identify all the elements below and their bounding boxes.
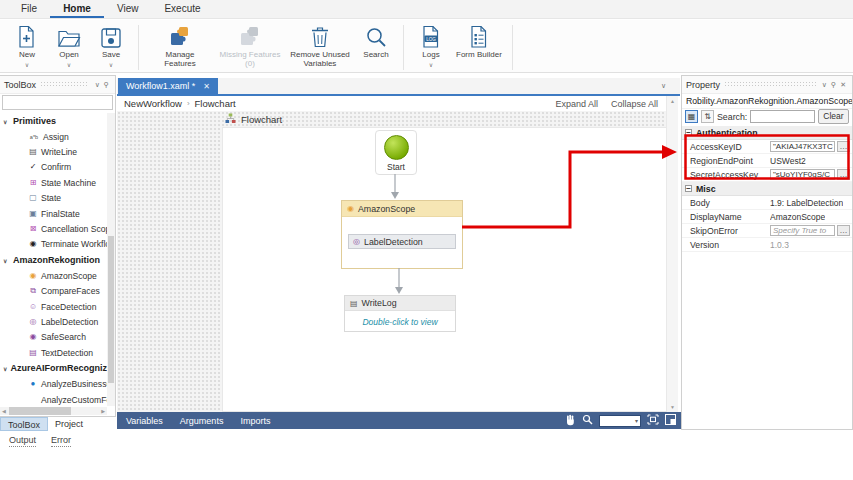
property-pin-icon[interactable]: ⚲: [829, 80, 838, 90]
property-chevron-down-icon[interactable]: ∨: [820, 80, 829, 90]
zoom-level-combo[interactable]: ▾: [599, 415, 641, 427]
toolbox-item-assign[interactable]: a*bAssign: [0, 129, 107, 144]
toolbox-section-amazonrekognition[interactable]: ∨AmazonRekognition: [0, 252, 107, 268]
categorized-view-button[interactable]: ▦: [685, 110, 698, 123]
item-label: CompareFaces: [41, 286, 100, 296]
toolbox-item-finalstate[interactable]: ▣FinalState: [0, 206, 107, 221]
toolbox-vertical-scrollbar[interactable]: [107, 113, 115, 406]
secretaccesskey-ellipsis-button[interactable]: …: [837, 169, 850, 180]
new-button[interactable]: New ∨: [6, 23, 48, 70]
menu-home[interactable]: Home: [50, 0, 104, 18]
writelog-activity-header[interactable]: ▤ WriteLog: [345, 296, 455, 311]
skiponerror-ellipsis-button[interactable]: …: [837, 225, 850, 236]
manage-features-button[interactable]: Manage Features: [145, 23, 215, 69]
dropdown-icon[interactable]: ▾: [635, 417, 638, 424]
expand-all-link[interactable]: Expand All: [555, 99, 598, 109]
toolbox-item-comparefaces[interactable]: ⧉CompareFaces: [0, 284, 107, 299]
toolbox-item-analyzecustomforms[interactable]: AnalyzeCustomForms: [0, 392, 107, 406]
toolbox-item-state[interactable]: ▢State: [0, 191, 107, 206]
toolbox-item-safesearch[interactable]: ◉SafeSearch: [0, 330, 107, 345]
logs-dropdown-icon[interactable]: ∨: [429, 61, 433, 70]
scrollbar-thumb[interactable]: [9, 407, 71, 415]
imports-button[interactable]: Imports: [240, 416, 270, 426]
toolbox-section-primitives[interactable]: ∨Primitives: [0, 113, 107, 129]
logs-button[interactable]: LOG Logs ∨: [410, 23, 452, 70]
displayname-value[interactable]: AmazonScope: [770, 212, 825, 222]
toolbox-drag-handle[interactable]: [40, 81, 89, 88]
output-link[interactable]: Output: [9, 435, 36, 447]
form-builder-button[interactable]: Form Builder: [452, 23, 506, 61]
open-dropdown-icon[interactable]: ∨: [67, 61, 71, 70]
arguments-button[interactable]: Arguments: [180, 416, 224, 426]
section-authentication[interactable]: − Authentication: [682, 126, 852, 140]
menu-execute[interactable]: Execute: [151, 0, 213, 18]
scrollbar-thumb[interactable]: [108, 236, 114, 383]
property-close-icon[interactable]: ✕: [838, 80, 848, 90]
secretaccesskey-value-box[interactable]: "sUoYIYF0gS/C: [770, 169, 835, 180]
open-button[interactable]: Open ∨: [48, 23, 90, 70]
collapse-all-link[interactable]: Collapse All: [611, 99, 658, 109]
tab-project[interactable]: Project: [48, 417, 90, 431]
accesskeyid-value-box[interactable]: "AKIAJ47KX3TC: [770, 141, 835, 152]
breadcrumb-current[interactable]: Flowchart: [195, 98, 236, 109]
property-search-input[interactable]: [750, 110, 815, 123]
labeldetection-activity[interactable]: ◎ LabelDetection: [348, 234, 456, 249]
scroll-right-icon[interactable]: ▶: [101, 408, 105, 414]
toolbox-item-terminate-workflow[interactable]: ◉Terminate Workflow: [0, 237, 107, 252]
toolbox-item-analyzebusinesscards[interactable]: ●AnalyzeBusinessCards: [0, 376, 107, 391]
section-misc[interactable]: − Misc: [682, 182, 852, 196]
toolbox-item-labeldetection[interactable]: ◎LabelDetection: [0, 314, 107, 329]
zoom-magnifier-icon[interactable]: [582, 414, 593, 427]
toolbox-horizontal-scrollbar[interactable]: ◀ ▶: [0, 407, 107, 415]
document-tab-workflow1[interactable]: Workflow1.xaml * ✕: [118, 78, 218, 94]
amazonscope-activity[interactable]: ◉ AmazonScope ◎ LabelDetection: [341, 200, 463, 269]
canvas-view-controls: ▾: [565, 412, 676, 429]
menu-view[interactable]: View: [104, 0, 152, 18]
toolbox-item-facedetection[interactable]: ☺FaceDetection: [0, 299, 107, 314]
save-button[interactable]: Save ∨: [90, 23, 132, 70]
pan-hand-icon[interactable]: [565, 414, 576, 428]
collapse-icon[interactable]: −: [685, 129, 692, 136]
toolbox-item-confirm[interactable]: ✓Confirm: [0, 160, 107, 175]
toolbox-chevron-down-icon[interactable]: ∨: [93, 80, 102, 90]
remove-unused-variables-button[interactable]: Remove Unused Variables: [285, 23, 355, 69]
body-value[interactable]: 1.9: LabelDetection: [770, 198, 843, 208]
writelog-activity[interactable]: ▤ WriteLog Double-click to view: [344, 295, 456, 332]
toolbox-header: ToolBox ∨ ⚲: [0, 76, 115, 94]
scroll-up-icon[interactable]: ▲: [667, 98, 678, 104]
toolbox-item-writeline[interactable]: ▤WriteLine: [0, 144, 107, 159]
sort-alphabetical-button[interactable]: ⇅: [701, 110, 714, 123]
toolbox-section-azureaiformrecognizer[interactable]: ∨AzureAIFormRecognizer: [0, 360, 107, 376]
new-dropdown-icon[interactable]: ∨: [25, 61, 29, 70]
tab-toolbox[interactable]: ToolBox: [0, 417, 48, 431]
fit-to-screen-icon[interactable]: [647, 414, 659, 427]
canvas-vertical-scrollbar[interactable]: ▲ ▼: [666, 96, 678, 412]
skiponerror-value-box[interactable]: Specify True to: [770, 225, 835, 236]
clear-button[interactable]: Clear: [818, 109, 849, 124]
toolbox-pin-icon[interactable]: ⚲: [102, 80, 111, 90]
accesskeyid-ellipsis-button[interactable]: …: [837, 141, 850, 152]
flowchart-surface: Start ◉ AmazonScope ◎ LabelDetection ▤ W…: [222, 127, 666, 412]
toolbox-search-input[interactable]: [2, 95, 113, 110]
scroll-left-icon[interactable]: ◀: [2, 408, 6, 414]
toolbox-item-amazonscope[interactable]: ◉AmazonScope: [0, 268, 107, 283]
error-link[interactable]: Error: [51, 435, 71, 447]
start-node[interactable]: Start: [375, 130, 417, 175]
amazonscope-activity-header[interactable]: ◉ AmazonScope: [342, 201, 462, 217]
regionendpoint-value[interactable]: USWest2: [770, 156, 806, 166]
property-drag-handle[interactable]: [724, 81, 816, 88]
save-dropdown-icon[interactable]: ∨: [109, 61, 113, 70]
variables-button[interactable]: Variables: [126, 416, 163, 426]
overview-icon[interactable]: [665, 414, 676, 427]
toolbox-item-state-machine[interactable]: ⊞State Machine: [0, 175, 107, 190]
toolbox-item-cancellation-scope[interactable]: ⊠Cancellation Scope: [0, 221, 107, 236]
writelog-expand-hint[interactable]: Double-click to view: [345, 311, 455, 332]
breadcrumb-root[interactable]: NewWorkflow: [124, 98, 182, 109]
start-node-icon[interactable]: [384, 135, 409, 160]
toolbox-item-textdetection[interactable]: ▤TextDetection: [0, 345, 107, 360]
search-button[interactable]: Search: [355, 23, 397, 61]
menu-file[interactable]: File: [8, 0, 50, 18]
close-icon[interactable]: ✕: [203, 82, 210, 91]
collapse-icon[interactable]: −: [685, 185, 692, 192]
scroll-down-icon[interactable]: ▼: [667, 404, 678, 410]
